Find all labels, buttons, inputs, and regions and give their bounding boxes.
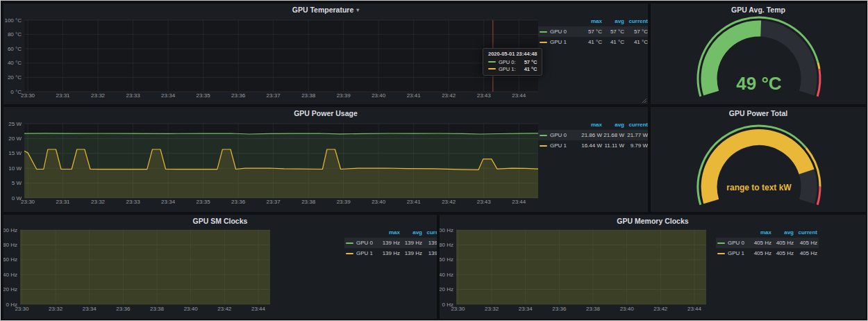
panel-title-gpu-avg-temp[interactable]: GPU Avg. Temp xyxy=(731,6,785,14)
legend-header-current[interactable]: current xyxy=(422,227,437,238)
x-axis-tick-label: 23:43 xyxy=(477,92,492,99)
y-axis-tick-label: 5 W xyxy=(12,180,22,186)
legend-header-current[interactable]: current xyxy=(624,120,648,130)
legend-header-max[interactable]: max xyxy=(748,227,771,238)
legend-value: 41 °C xyxy=(602,37,624,47)
x-axis-tick-label: 23:42 xyxy=(442,92,456,99)
panel-title-gpu-memory-clocks[interactable]: GPU Memory Clocks xyxy=(617,217,688,225)
legend-series-name[interactable]: GPU 1 xyxy=(728,248,744,258)
x-axis-tick-label: 23:32 xyxy=(485,306,499,312)
series-color-dash-icon xyxy=(540,145,547,147)
y-axis-tick-label: 25 W xyxy=(8,121,22,127)
panel-title-text: GPU Avg. Temp xyxy=(731,6,785,14)
panel-header: GPU Memory Clocks xyxy=(440,215,866,227)
x-axis-tick-label: 23:30 xyxy=(15,306,29,312)
legend-header-current[interactable]: current xyxy=(624,16,648,26)
series-area-gpu-1 xyxy=(20,215,270,304)
y-axis-tick-label: 15 W xyxy=(8,150,22,156)
legend-series-name[interactable]: GPU 1 xyxy=(550,140,567,151)
x-axis-tick-label: 23:36 xyxy=(231,92,246,99)
panel-title-text: GPU SM Clocks xyxy=(193,217,248,225)
legend-row: GPU 1405 Hz405 Hz405 Hz xyxy=(716,248,819,258)
panel-gpu-avg-temp: GPU Avg. Temp 49 °C xyxy=(651,3,866,104)
x-axis-tick-label: 23:36 xyxy=(116,306,131,312)
legend-value: 9.79 W xyxy=(624,140,648,151)
panel-gpu-memory-clocks: GPU Memory Clocks 0 Hz20 Hz40 Hz60 Hz80 … xyxy=(440,215,866,319)
legend-value: 41 °C xyxy=(574,37,602,47)
x-axis-tick-label: 23:36 xyxy=(552,306,567,312)
y-axis-tick-label: 40 °C xyxy=(8,60,22,66)
legend-header-row: maxavgcurrent xyxy=(538,120,648,130)
panel-header: GPU Temperature ▾ xyxy=(3,3,648,16)
x-axis-tick-label: 23:37 xyxy=(267,199,281,205)
x-axis-tick-label: 23:38 xyxy=(301,92,316,99)
y-axis-tick-label: 40 Hz xyxy=(440,272,453,278)
legend-value: 405 Hz xyxy=(748,248,771,258)
gpu-memory-clocks-legend: maxavgcurrentGPU 0405 Hz405 Hz405 HzGPU … xyxy=(716,227,819,258)
x-axis-tick-label: 23:32 xyxy=(49,306,63,312)
legend-row: GPU 116.44 W11.11 W9.79 W xyxy=(538,140,648,151)
y-axis-tick-label: 60 Hz xyxy=(3,256,17,263)
legend-series-name[interactable]: GPU 1 xyxy=(356,248,373,258)
x-axis-tick-label: 23:38 xyxy=(301,199,316,205)
y-axis-tick-label: 20 Hz xyxy=(3,286,17,293)
legend-header-avg[interactable]: avg xyxy=(771,227,794,238)
legend-header-avg[interactable]: avg xyxy=(400,227,422,238)
x-axis-tick-label: 23:44 xyxy=(251,306,266,312)
panel-title-gpu-power-total[interactable]: GPU Power Total xyxy=(729,109,787,117)
gpu-power-usage-legend: maxavgcurrentGPU 021.86 W21.68 W21.77 WG… xyxy=(538,120,648,151)
legend-series-name[interactable]: GPU 0 xyxy=(728,238,744,248)
legend-header-current[interactable]: current xyxy=(794,227,817,238)
legend-header-max[interactable]: max xyxy=(574,120,602,130)
panel-header: GPU Avg. Temp xyxy=(651,3,866,16)
panel-resize-handle[interactable] xyxy=(642,98,646,103)
x-axis-tick-label: 23:31 xyxy=(56,92,71,99)
x-axis-tick-label: 23:32 xyxy=(91,92,106,99)
panel-title-gpu-sm-clocks[interactable]: GPU SM Clocks xyxy=(193,217,248,225)
series-color-dash-icon xyxy=(717,253,725,254)
legend-value: 139 Hz xyxy=(422,248,437,258)
y-axis-tick-label: 100 °C xyxy=(4,17,22,24)
series-color-dash-icon xyxy=(540,135,547,136)
x-axis-tick-label: 23:40 xyxy=(184,306,199,312)
legend-series-name[interactable]: GPU 0 xyxy=(550,130,567,140)
legend-value: 139 Hz xyxy=(376,238,400,248)
legend-value: 405 Hz xyxy=(748,238,771,248)
legend-series-name[interactable]: GPU 1 xyxy=(550,37,567,47)
x-axis-tick-label: 23:42 xyxy=(653,306,668,312)
series-color-dash-icon xyxy=(540,42,547,43)
y-axis-tick-label: 60 °C xyxy=(8,46,22,52)
series-color-dash-icon xyxy=(346,253,353,254)
x-axis-tick-label: 23:42 xyxy=(442,199,456,205)
legend-value: 139 Hz xyxy=(400,238,422,248)
y-axis-tick-label: 60 Hz xyxy=(440,256,453,263)
panel-title-gpu-power-usage[interactable]: GPU Power Usage xyxy=(294,109,358,117)
series-color-dash-icon xyxy=(540,31,547,33)
y-axis-tick-label: 80 Hz xyxy=(440,242,453,248)
x-axis-tick-label: 23:34 xyxy=(519,306,533,312)
gpu-sm-clocks-legend: maxavgcurrentGPU 0139 Hz139 Hz139 HzGPU … xyxy=(344,227,437,258)
y-axis-tick-label: 80 Hz xyxy=(3,242,17,248)
legend-header-avg[interactable]: avg xyxy=(602,120,624,130)
x-axis-tick-label: 23:37 xyxy=(267,92,281,99)
legend-series-name[interactable]: GPU 0 xyxy=(550,26,567,37)
gpu-avg-temp-gauge: 49 °C xyxy=(651,3,866,104)
legend-header-avg[interactable]: avg xyxy=(602,16,624,26)
panel-gpu-temperature: GPU Temperature ▾ 0 °C20 °C40 °C60 °C80 … xyxy=(3,3,648,104)
x-axis-tick-label: 23:34 xyxy=(161,92,176,99)
legend-series-name[interactable]: GPU 0 xyxy=(356,238,373,248)
legend-value: 21.77 W xyxy=(624,130,648,140)
panel-title-text: GPU Power Usage xyxy=(294,109,358,117)
x-axis-tick-label: 23:30 xyxy=(451,306,465,312)
legend-header-row: maxavgcurrent xyxy=(344,227,437,238)
tooltip-row: GPU 0:57 °C xyxy=(488,58,537,65)
legend-value: 405 Hz xyxy=(771,248,794,258)
series-color-dash-icon xyxy=(717,242,725,244)
x-axis-tick-label: 23:34 xyxy=(83,306,97,312)
panel-title-gpu-temperature[interactable]: GPU Temperature ▾ xyxy=(292,6,360,14)
legend-value: 57 °C xyxy=(574,26,602,37)
legend-value: 16.44 W xyxy=(574,140,602,151)
legend-header-max[interactable]: max xyxy=(376,227,400,238)
legend-header-max[interactable]: max xyxy=(574,16,602,26)
y-axis-tick-label: 100 Hz xyxy=(3,227,17,233)
